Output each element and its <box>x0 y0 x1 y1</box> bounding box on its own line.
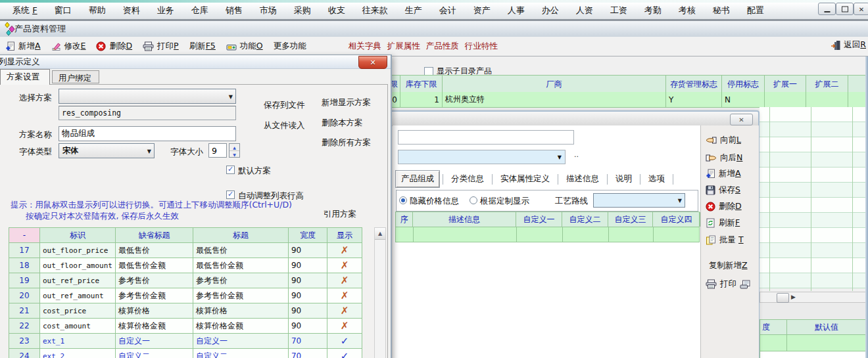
menu-item-3[interactable]: 帮助 <box>80 3 114 18</box>
side-button-7[interactable]: 批量 T <box>706 235 744 246</box>
tab-scheme-settings[interactable]: 方案设置 <box>0 69 50 85</box>
menu-item-12[interactable]: 生产 <box>397 3 431 18</box>
table-row[interactable]: 22cost_amount核算价格金额核算价格金额90✗ <box>9 319 362 334</box>
auto-height-checkbox[interactable]: ✓ <box>226 190 235 199</box>
toolbar-link-2[interactable]: 扩展属性 <box>387 41 420 52</box>
read-from-file-button[interactable]: 从文件读入 <box>264 120 305 131</box>
compose-tab-3[interactable]: 实体属性定义 <box>495 171 555 187</box>
menu-item-2[interactable]: 窗口 <box>46 3 80 18</box>
process-route-combo[interactable]: ▼ <box>593 193 685 208</box>
menu-item-1[interactable]: 系统 F <box>4 3 46 18</box>
menu-item-17[interactable]: 人资 <box>567 3 602 18</box>
side-button-6[interactable]: 刷新F <box>706 217 740 229</box>
table-row[interactable]: 20out_ref_amount参考售价金额参考售价金额90✗ <box>9 288 362 303</box>
toolbar-button-7[interactable]: 更多功能 <box>274 41 306 52</box>
menu-item-16[interactable]: 办公 <box>533 3 567 18</box>
menu-item-10[interactable]: 收支 <box>320 3 354 18</box>
cell-default-title: 最低售价 <box>115 243 193 258</box>
spin-down-icon[interactable]: ▼ <box>229 151 239 158</box>
table-row[interactable]: 24ext_2自定义二自定义二70✓ <box>9 349 362 358</box>
spin-up-icon[interactable]: ▲ <box>229 144 239 151</box>
menu-item-9[interactable]: 采购 <box>285 3 320 18</box>
scroll-up-icon[interactable]: ▲ <box>375 228 385 240</box>
toolbar-button-4[interactable]: 打印P <box>143 41 179 52</box>
side-button-8[interactable]: 复制新增Z <box>709 260 748 271</box>
table-row[interactable]: 19out_ref_price参考售价参考售价90✗ <box>9 273 362 288</box>
compose-tab-1[interactable]: 产品组成 <box>395 170 440 188</box>
font-size-input[interactable] <box>208 143 227 158</box>
tab-user-binding[interactable]: 用户绑定 <box>52 70 99 83</box>
toolbar-button-1[interactable]: 新增A <box>5 41 41 52</box>
side-button-3[interactable]: 新增A <box>706 168 741 179</box>
menu-item-19[interactable]: 考勤 <box>636 3 670 18</box>
compose-tab-5[interactable]: 说明 <box>610 171 637 187</box>
empty-table-row <box>760 213 867 228</box>
scrollbar-thumb[interactable] <box>777 293 789 303</box>
menu-item-5[interactable]: 业务 <box>149 3 183 18</box>
check-icon: ✓ <box>327 349 362 358</box>
reference-scheme-button[interactable]: 引用方案 <box>320 209 356 220</box>
hide-price-radio[interactable] <box>399 196 407 204</box>
menu-item-8[interactable]: 市场 <box>251 3 285 18</box>
toolbar-link-4[interactable]: 行业特性 <box>465 41 498 52</box>
minimize-button[interactable] <box>818 3 836 15</box>
toolbar-button-3[interactable]: 删除D <box>96 41 132 52</box>
side-button-2[interactable]: 向后N <box>706 152 742 164</box>
scheme-name-input[interactable] <box>59 126 236 141</box>
main-table-row[interactable]: 0001杭州奥立特YN <box>385 92 868 108</box>
delete-all-schemes-button[interactable]: 删除所有方案 <box>318 137 371 148</box>
delete-scheme-button[interactable]: 删除本方案 <box>318 118 363 129</box>
restore-button[interactable] <box>836 3 854 15</box>
toolbar-link-3[interactable]: 产品性质 <box>426 41 459 52</box>
compose-tab-6[interactable]: 选项 <box>643 171 670 187</box>
toolbar-button-6[interactable]: 功能O <box>226 41 263 52</box>
menu-item-22[interactable]: 配置 <box>738 3 773 18</box>
menu-item-13[interactable]: 会计 <box>431 3 465 18</box>
menu-item-14[interactable]: 资产 <box>465 3 499 18</box>
side-button-9[interactable]: 打印 <box>706 279 750 290</box>
toolbar-link-1[interactable]: 相关字典 <box>349 41 381 52</box>
compose-tab-4[interactable]: 描述信息 <box>561 171 604 187</box>
compose-close-button[interactable]: ✕ <box>730 114 753 125</box>
cell-title: 自定义一 <box>193 334 288 349</box>
font-type-combo[interactable]: 宋体 ▼ <box>59 143 155 158</box>
add-scheme-button[interactable]: 新增显示方案 <box>318 97 371 108</box>
vertical-scrollbar[interactable]: ▲ <box>374 227 386 358</box>
menu-item-11[interactable]: 往来款 <box>354 3 397 18</box>
compose-grid-selected-row[interactable] <box>395 227 700 242</box>
side-button-4[interactable]: 保存S <box>706 185 740 196</box>
menu-item-6[interactable]: 仓库 <box>183 3 217 18</box>
cell-default-title: 核算价格金额 <box>115 319 193 334</box>
save-to-file-button[interactable]: 保存到文件 <box>264 100 305 111</box>
chevron-down-icon: ▼ <box>558 154 562 160</box>
menu-item-4[interactable]: 资料 <box>114 3 149 18</box>
side-button-1[interactable]: 向前L <box>706 135 741 146</box>
close-button[interactable]: ✕ <box>854 3 868 15</box>
table-row[interactable]: 17out_floor_price最低售价最低售价90✗ <box>9 243 362 258</box>
side-button-5[interactable]: 删除D <box>706 201 742 212</box>
custom-display-radio[interactable] <box>470 196 477 204</box>
default-scheme-checkbox[interactable]: ✓ <box>226 166 235 174</box>
return-button[interactable]: 返回R <box>831 39 866 51</box>
select-scheme-combo[interactable]: ▼ <box>59 89 236 104</box>
toolbar-button-5[interactable]: 刷新F5 <box>189 41 216 52</box>
batch-icon <box>706 235 716 245</box>
scroll-right-icon[interactable]: ▶ <box>791 294 796 300</box>
table-row[interactable]: 23ext_1自定义一自定义一70✓ <box>9 334 362 349</box>
menu-item-7[interactable]: 销售 <box>217 3 251 18</box>
menu-item-15[interactable]: 人事 <box>499 3 533 18</box>
compose-tab-2[interactable]: 分类信息 <box>446 171 489 187</box>
product-select-combo[interactable]: ▼ <box>398 150 566 164</box>
table-row[interactable]: 18out_floor_amount最低售价金额最低售价金额90✗ <box>9 258 362 273</box>
toolbar-button-2[interactable]: 修改E <box>51 41 86 52</box>
menu-item-20[interactable]: 考核 <box>670 3 704 18</box>
table-row[interactable]: 21cost_price核算价格核算价格90✗ <box>9 303 362 319</box>
attribute-table-row[interactable] <box>760 335 867 351</box>
menu-item-21[interactable]: 秘书 <box>704 3 738 18</box>
horizontal-scrollbar[interactable]: ▶ <box>760 292 867 303</box>
dialog-close-button[interactable]: ✕ <box>358 56 387 69</box>
font-size-spinner[interactable]: ▲▼ <box>229 143 240 158</box>
product-code-input[interactable] <box>398 130 574 145</box>
menu-item-18[interactable]: 工资 <box>602 3 636 18</box>
tab-separator <box>492 174 493 185</box>
